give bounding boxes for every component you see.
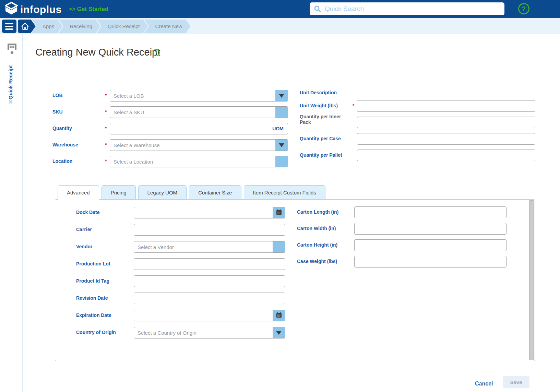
vendor-select xyxy=(134,241,285,253)
quick-search xyxy=(310,2,504,15)
tab-advanced[interactable]: Advanced xyxy=(58,185,99,201)
dock-date-calendar-button[interactable] xyxy=(273,207,285,218)
field-label-unit-description: Unit Description xyxy=(300,87,353,98)
product-id-tag-field xyxy=(134,275,285,287)
field-label-carton-width: Carton Width (in) xyxy=(297,223,352,234)
expiration-date-calendar-button[interactable] xyxy=(273,310,285,321)
unit-weight-input[interactable] xyxy=(357,100,535,111)
tab-legacy-uom[interactable]: Legacy UOM xyxy=(138,185,187,200)
logo-text: infoplus xyxy=(20,4,62,15)
field-label-carton-length: Carton Length (in) xyxy=(297,206,352,217)
qty-inner-pack-input[interactable] xyxy=(357,117,535,128)
location-input[interactable] xyxy=(110,156,288,167)
calendar-icon xyxy=(276,209,282,216)
revision-date-field xyxy=(134,293,285,304)
qty-case-input[interactable] xyxy=(357,133,535,144)
carrier-input[interactable] xyxy=(134,224,285,235)
vendor-lookup-button[interactable] xyxy=(273,241,285,252)
tab-strip: Advanced Pricing Legacy UOM Container Si… xyxy=(58,185,325,201)
field-label-qty-inner-pack: Quantity per Inner Pack xyxy=(300,114,351,125)
breadcrumb-item-quick-receipt[interactable]: Quick Receipt xyxy=(97,20,148,33)
case-weight-input[interactable] xyxy=(355,256,506,267)
field-label-case-weight: Case Weight (lbs) xyxy=(297,256,352,267)
field-label-lob: LOB xyxy=(52,90,104,101)
location-select xyxy=(110,156,288,167)
field-label-expiration-date: Expiration Date xyxy=(76,310,131,321)
location-lookup-button[interactable] xyxy=(275,156,288,167)
breadcrumb-item-receiving[interactable]: Receiving xyxy=(59,20,100,33)
field-label-product-id-tag: Product Id Tag xyxy=(76,275,131,286)
breadcrumb-item-apps[interactable]: Apps xyxy=(32,20,62,33)
production-lot-input[interactable] xyxy=(134,259,285,270)
page-title: Creating New Quick Receipt xyxy=(35,47,160,58)
field-label-carton-height: Carton Height (in) xyxy=(297,239,352,250)
sku-lookup-button[interactable] xyxy=(275,107,288,118)
field-label-carrier: Carrier xyxy=(76,224,131,235)
field-label-production-lot: Production Lot xyxy=(76,258,131,269)
search-input[interactable] xyxy=(324,5,490,13)
breadcrumb-item-create-new[interactable]: Create New xyxy=(144,20,190,33)
top-navbar: infoplus >> Get Started ? xyxy=(0,0,560,18)
chevron-down-icon xyxy=(279,143,284,147)
vendor-input[interactable] xyxy=(134,241,285,252)
sidebar-tab-quick-receipt[interactable]: Quick Receipt xyxy=(8,65,13,99)
field-label-sku: SKU xyxy=(52,106,104,117)
unit-description-value: – xyxy=(357,87,360,98)
country-of-origin-input[interactable] xyxy=(134,327,285,338)
carton-height-input[interactable] xyxy=(355,240,506,251)
infoplus-cube-icon xyxy=(5,2,18,17)
lob-dropdown-button[interactable] xyxy=(275,90,288,101)
carton-length-input[interactable] xyxy=(355,207,506,218)
expiration-date-input[interactable] xyxy=(134,310,285,321)
field-label-dock-date: Dock Date xyxy=(76,207,131,218)
qty-case-field xyxy=(357,133,535,145)
tab-pricing[interactable]: Pricing xyxy=(102,185,136,200)
required-marker: * xyxy=(105,139,107,150)
infoplus-logo[interactable]: infoplus xyxy=(5,2,62,17)
field-label-qty-pallet: Quantity per Pallet xyxy=(300,150,353,161)
quantity-field: UOM xyxy=(110,123,288,134)
help-icon[interactable]: ? xyxy=(518,3,529,14)
field-label-vendor: Vendor xyxy=(76,241,131,252)
expiration-date-field xyxy=(134,310,285,321)
required-marker: * xyxy=(105,123,107,134)
lob-input[interactable] xyxy=(110,90,288,101)
lob-select xyxy=(110,90,288,102)
field-label-qty-case: Quantity per Case xyxy=(300,133,353,144)
sku-input[interactable] xyxy=(110,107,288,118)
close-icon[interactable]: × xyxy=(9,98,13,106)
save-button[interactable]: Save xyxy=(503,376,529,388)
qty-pallet-input[interactable] xyxy=(357,150,535,161)
dock-date-input[interactable] xyxy=(134,207,285,218)
warehouse-dropdown-button[interactable] xyxy=(275,140,288,151)
warehouse-input[interactable] xyxy=(110,140,288,151)
country-of-origin-select xyxy=(134,327,285,338)
carton-width-input[interactable] xyxy=(355,223,506,234)
receiving-dock-icon[interactable] xyxy=(7,43,17,56)
chevron-down-icon xyxy=(279,94,284,98)
field-label-unit-weight: Unit Weight (lbs) xyxy=(300,100,353,111)
case-weight-field xyxy=(354,256,507,268)
country-dropdown-button[interactable] xyxy=(273,327,285,338)
required-marker: * xyxy=(353,100,354,111)
tab-container-size[interactable]: Container Size xyxy=(189,185,241,200)
tab-item-receipt-custom-fields[interactable]: Item Receipt Custom Fields xyxy=(244,185,325,200)
field-label-revision-date: Revision Date xyxy=(76,293,131,304)
title-help-icon[interactable]: ? xyxy=(153,49,160,56)
production-lot-field xyxy=(134,258,285,270)
divider xyxy=(34,70,549,70)
product-id-tag-input[interactable] xyxy=(134,276,285,287)
menu-icon[interactable] xyxy=(2,20,16,33)
sku-select xyxy=(110,106,288,118)
field-label-warehouse: Warehouse xyxy=(52,139,104,150)
qty-inner-pack-field xyxy=(357,117,535,128)
revision-date-input[interactable] xyxy=(134,293,285,304)
search-icon xyxy=(314,5,321,13)
carton-width-field xyxy=(354,223,507,235)
panel-scrollbar[interactable] xyxy=(529,200,534,360)
get-started-link[interactable]: >> Get Started xyxy=(69,0,108,18)
warehouse-select xyxy=(110,139,288,151)
cancel-button[interactable]: Cancel xyxy=(475,381,493,387)
unit-weight-field xyxy=(357,100,535,112)
quantity-input[interactable] xyxy=(110,123,288,134)
